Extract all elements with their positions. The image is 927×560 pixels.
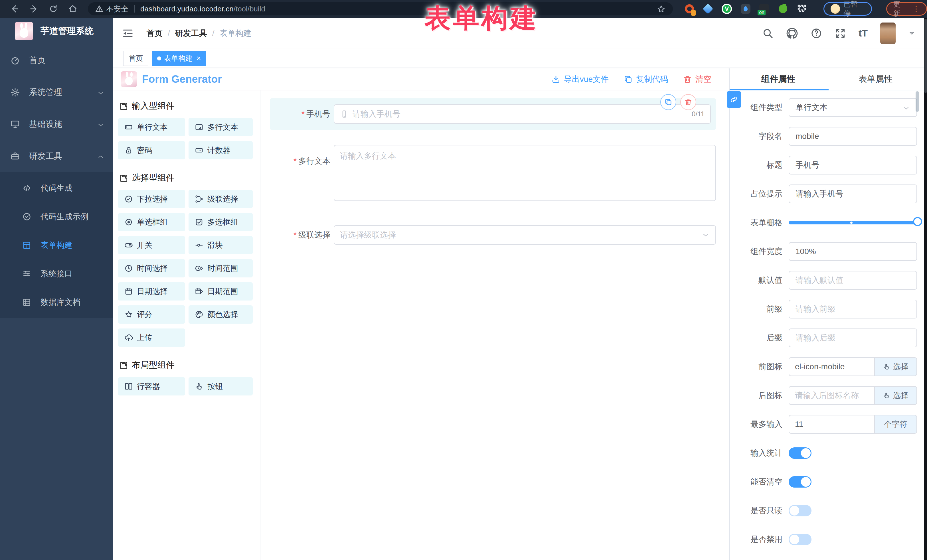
breadcrumb-link-1[interactable]: 研发工具 [175,28,207,39]
prop-input[interactable]: 请输入手机号 [789,185,917,203]
palette-item[interactable]: 上传 [118,328,185,347]
prop-input[interactable]: 请输入后图标名称 [789,386,874,405]
search-icon[interactable] [762,28,774,39]
sidebar-subitem-0[interactable]: 代码生成 [0,174,113,202]
extension-v-icon[interactable]: V [721,3,732,15]
prop-input[interactable]: 100% [789,242,917,261]
extension-orange-icon[interactable] [684,3,695,15]
palette-item[interactable]: 级联选择 [188,190,253,208]
fullscreen-icon[interactable] [834,28,846,39]
palette-item[interactable]: 颜色选择 [188,305,253,323]
prop-input[interactable]: 请输入后缀 [789,328,917,347]
prop-input[interactable]: el-icon-mobile [789,357,874,376]
palette-item[interactable]: 多行文本 [188,118,253,136]
palette-item[interactable]: 评分 [118,305,185,323]
browser-forward-icon[interactable] [29,4,39,14]
properties-tab-0[interactable]: 组件属性 [729,68,827,90]
link-button[interactable] [727,91,741,108]
window-scrollbar[interactable] [924,18,927,560]
toggle-on[interactable] [789,448,812,459]
sidebar-item-1[interactable]: 系统管理 [0,76,113,108]
prop-append-button[interactable]: 个字符 [874,415,917,434]
field-select[interactable]: 请选择级联选择 [334,225,716,244]
prop-input[interactable]: 11 [789,415,874,434]
field-input[interactable]: 请输入手机号 0/11 [334,104,711,124]
prop-input[interactable]: 请输入前缀 [789,300,917,319]
tag-tab-0[interactable]: 首页 [123,51,148,66]
property-label: 是否禁用 [729,534,783,545]
user-menu-caret-icon[interactable] [908,30,916,37]
browser-home-icon[interactable] [68,4,78,14]
palette-item[interactable]: 多选框组 [188,213,253,231]
palette-item[interactable]: 单行文本 [118,118,185,136]
canvas-field-2[interactable]: *级联选择 请选择级联选择 [270,225,716,244]
palette-item[interactable]: 时间范围 [188,259,253,278]
user-avatar[interactable] [880,23,896,44]
prop-select[interactable]: 单行文本 [789,98,917,117]
builder-action-1[interactable]: 复制代码 [623,74,668,85]
extension-leaf-icon[interactable] [777,3,789,15]
sidebar-subitem-1[interactable]: 代码生成示例 [0,202,113,231]
canvas-field-1[interactable]: *多行文本请输入多行文本 [270,145,716,201]
extension-drop-icon[interactable] [740,3,751,15]
scrollbar-thumb[interactable] [924,19,927,93]
tag-tab-1[interactable]: 表单构建 × [152,51,206,66]
builder-action-2[interactable]: 清空 [683,74,711,85]
palette-item[interactable]: 123 计数器 [188,141,253,159]
palette-item[interactable]: 开关 [118,236,185,254]
canvas-field-0[interactable]: *手机号 请输入手机号 0/11 [270,99,716,130]
security-warning[interactable]: 不安全 [95,4,128,14]
sidebar-item-3[interactable]: 研发工具 [0,140,113,172]
close-tab-icon[interactable]: × [196,54,201,63]
browser-menu-icon[interactable]: ⋮ [912,5,920,14]
sidebar-item-2[interactable]: 基础设施 [0,108,113,140]
sidebar-fold-icon[interactable] [122,28,134,39]
extension-gem-icon[interactable] [702,3,714,15]
address-bar[interactable]: 不安全 dashboard.yudao.iocoder.cn/tool/buil… [88,2,673,15]
property-label: 占位提示 [729,188,783,199]
sidebar-subitem-4[interactable]: 数据库文档 [0,288,113,317]
browser-back-icon[interactable] [10,4,20,14]
slider-handle[interactable] [913,217,922,226]
palette-item[interactable]: 单选框组 [118,213,185,231]
prop-input[interactable]: 手机号 [789,156,917,175]
panel-scrollbar[interactable] [916,91,919,112]
font-size-icon[interactable]: tT [859,28,868,39]
copy-field-button[interactable] [660,94,676,110]
toggle-off[interactable] [789,505,812,516]
sidebar: 芋道管理系统 首页 系统管理 基础设施 研发工具 代码生成 代码生成示例 表单构… [0,18,113,560]
sidebar-subitem-2[interactable]: 表单构建 [0,231,113,260]
grid-slider[interactable] [789,221,917,225]
palette-item[interactable]: 日期选择 [118,282,185,300]
profile-paused-badge[interactable]: 已暂停 [824,2,872,16]
palette-item[interactable]: 日期范围 [188,282,253,300]
breadcrumb-link-0[interactable]: 首页 [147,28,163,39]
palette-item[interactable]: 下拉选择 [118,190,185,208]
github-icon[interactable] [786,27,798,39]
palette-item[interactable]: 时间选择 [118,259,185,278]
browser-update-button[interactable]: 更新 ⋮ [886,2,927,16]
toggle-off[interactable] [789,534,812,545]
properties-tab-1[interactable]: 表单属性 [827,68,924,90]
field-textarea[interactable]: 请输入多行文本 [334,145,716,201]
delete-field-button[interactable] [680,94,696,110]
builder-action-0[interactable]: 导出vue文件 [552,74,609,85]
prop-append-button[interactable]: 选择 [874,386,917,405]
app-logo-row[interactable]: 芋道管理系统 [0,18,113,44]
toggle-on[interactable] [789,476,812,487]
sidebar-subitem-3[interactable]: 系统接口 [0,260,113,288]
browser-reload-icon[interactable] [49,4,58,14]
palette-item[interactable]: 滑块 [188,236,253,254]
extensions-puzzle-icon[interactable] [796,3,807,15]
sidebar-item-0[interactable]: 首页 [0,44,113,76]
help-icon[interactable] [811,28,822,39]
palette-item[interactable]: 密码 [118,141,185,159]
button-icon [195,382,204,391]
bookmark-star-icon[interactable] [657,4,666,14]
palette-item[interactable]: 按钮 [188,377,253,396]
prop-input[interactable]: mobile [789,127,917,146]
palette-item[interactable]: 行容器 [118,377,185,396]
prop-append-button[interactable]: 选择 [874,357,917,376]
extension-on-icon[interactable] [759,3,770,15]
prop-input[interactable]: 请输入默认值 [789,271,917,290]
